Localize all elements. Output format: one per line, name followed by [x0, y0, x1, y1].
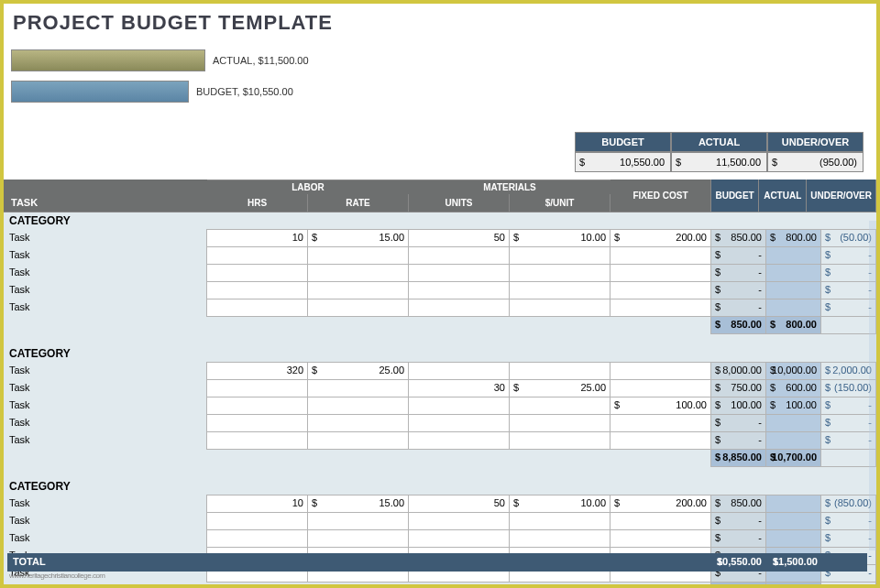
- table-cell[interactable]: [307, 397, 409, 415]
- table-cell[interactable]: $850.00: [710, 495, 766, 513]
- table-cell[interactable]: [307, 299, 409, 317]
- table-cell[interactable]: [610, 362, 711, 380]
- table-cell[interactable]: [509, 431, 610, 450]
- table-cell[interactable]: $-: [710, 512, 766, 530]
- table-cell[interactable]: $25.00: [307, 362, 409, 380]
- table-cell[interactable]: [307, 379, 409, 397]
- table-cell[interactable]: [408, 431, 510, 450]
- table-cell[interactable]: [307, 246, 409, 265]
- table-cell[interactable]: [765, 512, 821, 530]
- table-cell[interactable]: $100.00: [710, 397, 766, 415]
- table-cell[interactable]: 30: [408, 379, 510, 397]
- table-cell[interactable]: $8,000.00: [710, 362, 766, 380]
- table-cell[interactable]: $(50.00): [820, 229, 876, 247]
- table-cell[interactable]: [610, 414, 711, 432]
- table-cell[interactable]: $10.00: [509, 229, 610, 247]
- table-cell[interactable]: [408, 246, 510, 265]
- table-cell[interactable]: [206, 529, 308, 548]
- table-cell[interactable]: [765, 529, 821, 548]
- table-cell[interactable]: [206, 246, 308, 265]
- table-cell[interactable]: $850.00: [710, 582, 766, 588]
- table-cell[interactable]: $-: [820, 299, 876, 317]
- table-cell[interactable]: $-: [710, 264, 766, 282]
- table-cell[interactable]: $-: [820, 431, 876, 450]
- table-cell[interactable]: [509, 281, 610, 299]
- table-cell[interactable]: [408, 414, 510, 432]
- table-cell[interactable]: $(150.00): [820, 379, 876, 397]
- table-cell[interactable]: [206, 264, 308, 282]
- table-cell[interactable]: $850.00: [710, 316, 766, 334]
- table-cell[interactable]: 10: [206, 229, 308, 247]
- table-cell[interactable]: [307, 512, 409, 530]
- table-cell[interactable]: [610, 529, 711, 548]
- table-cell[interactable]: $10,000.00: [765, 362, 821, 380]
- table-cell[interactable]: $-: [765, 582, 821, 588]
- table-cell[interactable]: [307, 431, 409, 450]
- table-cell[interactable]: [408, 397, 510, 415]
- table-cell[interactable]: [307, 281, 409, 299]
- table-cell[interactable]: [765, 495, 821, 513]
- table-cell[interactable]: $-: [710, 281, 766, 299]
- table-cell[interactable]: $-: [710, 246, 766, 265]
- table-cell[interactable]: $-: [710, 529, 766, 548]
- table-cell[interactable]: $25.00: [509, 379, 610, 397]
- table-cell[interactable]: [307, 529, 409, 548]
- table-cell[interactable]: [206, 379, 308, 397]
- table-cell[interactable]: [408, 512, 510, 530]
- table-cell[interactable]: [408, 281, 510, 299]
- table-cell[interactable]: [509, 264, 610, 282]
- table-cell[interactable]: $-: [820, 512, 876, 530]
- table-cell[interactable]: $10,700.00: [765, 449, 821, 467]
- table-cell[interactable]: $200.00: [610, 229, 711, 247]
- table-cell[interactable]: [509, 246, 610, 265]
- table-cell[interactable]: [765, 264, 821, 282]
- table-cell[interactable]: 10: [206, 495, 308, 513]
- table-cell[interactable]: [610, 281, 711, 299]
- table-cell[interactable]: $850.00: [710, 229, 766, 247]
- table-cell[interactable]: [610, 379, 711, 397]
- table-cell[interactable]: [408, 299, 510, 317]
- table-cell[interactable]: $800.00: [765, 229, 821, 247]
- table-cell[interactable]: [765, 431, 821, 450]
- table-cell[interactable]: $15.00: [307, 495, 409, 513]
- table-cell[interactable]: $10.00: [509, 495, 610, 513]
- table-cell[interactable]: [610, 246, 711, 265]
- table-cell[interactable]: [206, 512, 308, 530]
- table-cell[interactable]: [509, 299, 610, 317]
- table-cell[interactable]: $100.00: [765, 397, 821, 415]
- table-cell[interactable]: $800.00: [765, 316, 821, 334]
- table-cell[interactable]: [765, 414, 821, 432]
- table-cell[interactable]: [206, 299, 308, 317]
- table-cell[interactable]: [610, 431, 711, 450]
- table-cell[interactable]: [509, 362, 610, 380]
- table-cell[interactable]: [509, 397, 610, 415]
- table-cell[interactable]: 50: [408, 229, 510, 247]
- table-cell[interactable]: [610, 299, 711, 317]
- table-cell[interactable]: $(850.00): [820, 495, 876, 513]
- table-cell[interactable]: $-: [820, 414, 876, 432]
- table-cell[interactable]: $15.00: [307, 229, 409, 247]
- table-cell[interactable]: [206, 397, 308, 415]
- table-cell[interactable]: $600.00: [765, 379, 821, 397]
- table-cell[interactable]: [206, 281, 308, 299]
- table-cell[interactable]: $2,000.00: [820, 362, 876, 380]
- table-cell[interactable]: [610, 264, 711, 282]
- table-cell[interactable]: $-: [710, 299, 766, 317]
- table-cell[interactable]: $-: [820, 264, 876, 282]
- table-cell[interactable]: [509, 414, 610, 432]
- table-cell[interactable]: [307, 264, 409, 282]
- table-cell[interactable]: [765, 299, 821, 317]
- table-cell[interactable]: [206, 414, 308, 432]
- table-cell[interactable]: $100.00: [610, 397, 711, 415]
- table-cell[interactable]: [765, 246, 821, 265]
- table-cell[interactable]: [307, 414, 409, 432]
- table-cell[interactable]: [509, 529, 610, 548]
- table-cell[interactable]: 320: [206, 362, 308, 380]
- table-cell[interactable]: $750.00: [710, 379, 766, 397]
- table-cell[interactable]: $200.00: [610, 495, 711, 513]
- table-cell[interactable]: [509, 512, 610, 530]
- table-cell[interactable]: $8,850.00: [710, 449, 766, 467]
- table-cell[interactable]: $-: [710, 414, 766, 432]
- table-cell[interactable]: 50: [408, 495, 510, 513]
- table-cell[interactable]: [765, 281, 821, 299]
